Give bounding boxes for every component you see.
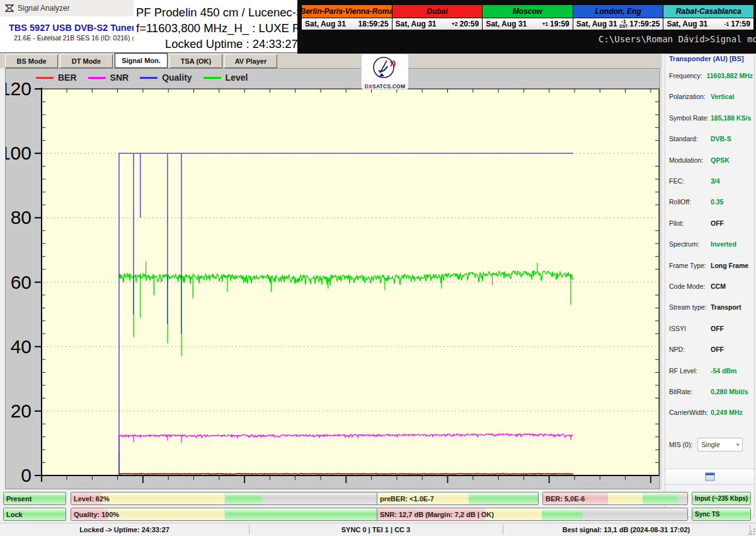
svg-text:20: 20 (11, 400, 32, 421)
legend-label: Quality (162, 73, 192, 83)
legend-line-level (203, 77, 221, 79)
transponder-row-npd: NPD:OFF (669, 346, 753, 353)
bar-segment-gray (582, 508, 687, 520)
field-label: ISSYI (669, 325, 711, 332)
clock-time: 18:59:25 (358, 20, 389, 28)
field-value: Long Frame (711, 262, 748, 269)
indicator-label: Input (~235 Kbps) (695, 492, 748, 504)
indicator-quality: Quality: 100% (71, 508, 379, 521)
console-prompt-line: C:\Users\Roman Dávid>Signal monitoring_P… (598, 34, 756, 44)
title-bar: Signal Analyzer (0, 0, 134, 16)
status-divider (503, 525, 503, 535)
clock-time: 20:59 (459, 20, 479, 28)
tab-tsa-ok-[interactable]: TSA (OK) (169, 54, 222, 68)
clock-time-row: Sat, Aug 3118:59:25 (302, 18, 392, 30)
indicator-input: Input (~235 Kbps) (692, 492, 751, 505)
tab-signal-mon-[interactable]: Signal Mon. (115, 53, 168, 68)
svg-text:100: 100 (6, 143, 32, 163)
indicator-label: Quality: 100% (74, 508, 119, 520)
window-title: Signal Analyzer (18, 4, 70, 13)
clock: MoscowSat, Aug 31+119:59 (483, 5, 573, 30)
field-value: 11603,882 MHz (706, 72, 753, 79)
field-label: Stream type: (669, 303, 711, 311)
transponder-row-rflevel: RF Level:-54 dBm (669, 367, 753, 375)
transponder-row-frametype: Frame Type:Long Frame (669, 262, 753, 269)
clock-utc-offset: -1DST (619, 19, 627, 29)
dxsatcs-logo: DXSATCS.COM (361, 54, 409, 90)
chart-legend: BERSNRQualityLevel (36, 73, 259, 83)
tab-bs-mode[interactable]: BS Mode (5, 54, 58, 68)
clock-time-row: Sat, Aug 31+119:59 (483, 18, 573, 30)
mis-select[interactable]: Single ▾ (697, 438, 743, 452)
overlay-line-frequency: f=11603,800 MHz_H_ : LUXE Radio (136, 21, 323, 35)
svg-text:40: 40 (11, 336, 32, 357)
field-label: NPD: (669, 346, 711, 353)
clock: Berlin-Paris-Vienna-RomaSat, Aug 3118:59… (302, 5, 392, 30)
bar-segment-yellow (108, 508, 224, 520)
svg-text:80: 80 (11, 207, 32, 228)
field-label: Polarization: (669, 93, 711, 100)
world-clocks: Berlin-Paris-Vienna-RomaSat, Aug 3118:59… (301, 4, 754, 30)
clock-city: London, Eng (573, 5, 663, 18)
transponder-row-carrierwidth: CarrierWidth:0,249 MHz (669, 409, 753, 416)
transponder-groupbox: Transponder (AU) [BS] Frequency:11603,88… (665, 54, 755, 517)
field-label: Standard: (669, 135, 711, 143)
field-value: Transport (711, 303, 741, 311)
svg-text:120: 120 (6, 78, 32, 99)
clock-city: Berlin-Paris-Vienna-Roma (302, 5, 392, 18)
legend-line-quality (140, 77, 158, 79)
transponder-row-rolloff: RollOff:0.35 (669, 198, 753, 206)
field-label: Spectrum: (669, 240, 711, 248)
indicator-label: Present (6, 492, 32, 504)
legend-item-snr: SNR (88, 73, 129, 83)
transponder-row-polarization: Polarization:Vertical (669, 93, 753, 100)
field-value: 0,280 Mbit/s (711, 388, 748, 395)
field-value: CCM (711, 283, 726, 290)
tab-dt-mode[interactable]: DT Mode (60, 54, 113, 68)
legend-label: Level (226, 73, 248, 83)
overlay-text-box: PF Prodelin 450 cm / Lucenec-Slovakia f=… (134, 0, 297, 52)
legend-line-snr (88, 77, 106, 79)
clock-time-row: Sat, Aug 31-1DST17:59:25 (573, 18, 663, 30)
signal-chart-panel: BERSNRQualityLevel 120100806040200 (5, 68, 660, 489)
indicator-snr: SNR: 12,7 dB (Margin: 7,2 dB | OK) (377, 508, 688, 521)
mis-value: Single (701, 441, 719, 448)
indicator-ber: BER: 5,0E-6 (542, 492, 688, 505)
legend-label: SNR (110, 73, 129, 83)
clock-city: Rabat-Casablanca (663, 5, 753, 18)
clock-date: Sat, Aug 31 (667, 20, 724, 28)
tab-bar: BS ModeDT ModeSignal Mon.TSA (OK)AV Play… (0, 52, 663, 68)
status-cell-0: Locked -> Uptime: 24:33:27 (0, 523, 249, 536)
indicator-sync: Sync TS (692, 508, 751, 521)
clock-time: 19:59 (550, 20, 570, 28)
indicator-preber: preBER: <1.0E-7 (377, 492, 539, 505)
transponder-row-streamtype: Stream type:Transport (669, 303, 753, 311)
bar-segment-yellow (486, 508, 542, 520)
mis-row: MIS (0): Single ▾ (669, 438, 753, 452)
clock-time-row: Sat, Aug 31+220:59 (392, 18, 483, 30)
svg-text:0: 0 (21, 465, 32, 486)
transponder-row-pilot: Pilot:OFF (669, 219, 753, 227)
signal-analyzer-window: Signal Analyzer TBS 5927 USB DVB-S2 Tune… (0, 0, 756, 536)
satellite-dish-icon (371, 55, 399, 81)
transport-list-button[interactable] (665, 469, 755, 485)
indicator-label: preBER: <1.0E-7 (380, 492, 434, 504)
field-value: DVB-S (711, 135, 731, 143)
bar-segment-green (542, 508, 582, 520)
bar-segment-green (643, 492, 677, 504)
field-label: Frequency: (669, 72, 706, 79)
svg-text:60: 60 (11, 272, 32, 293)
bar-segment-green (469, 492, 538, 504)
bar-segment-yellow (102, 492, 225, 504)
field-value: OFF (711, 325, 724, 332)
field-value: 185,188 KS/s (711, 114, 751, 122)
clock-date: Sat, Aug 31 (576, 20, 620, 28)
field-label: BitRate: (669, 388, 711, 395)
field-label: CarrierWidth: (669, 409, 711, 416)
status-divider (249, 525, 249, 535)
indicator-lock: Lock (3, 508, 66, 521)
indicator-label: Level: 62% (74, 492, 110, 504)
tab-av-player[interactable]: AV Player (224, 54, 277, 68)
chevron-down-icon: ▾ (736, 441, 740, 448)
app-icon (5, 4, 14, 13)
